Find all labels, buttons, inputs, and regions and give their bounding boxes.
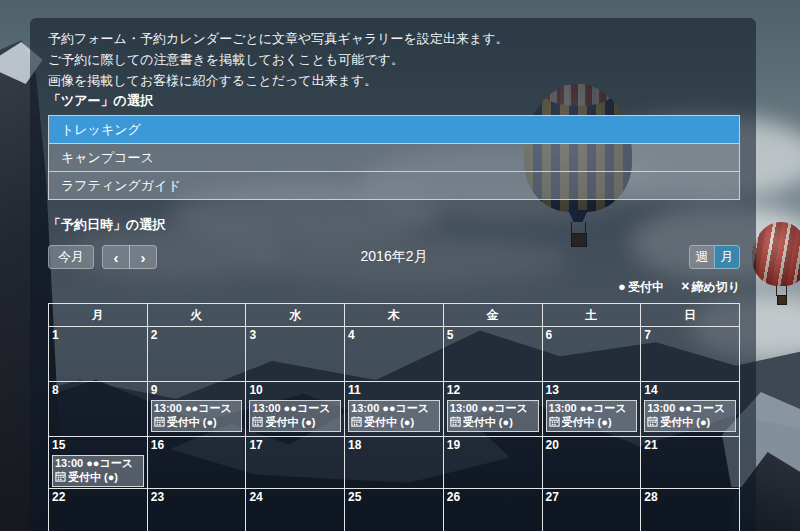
event-time-title: 13:00 ●●コース	[252, 401, 338, 415]
intro-line: 予約フォーム・予約カレンダーごとに文章や写真ギャラリーを設定出来ます。	[48, 28, 740, 49]
day-cell[interactable]: 18	[345, 437, 444, 489]
day-cell[interactable]: 1213:00 ●●コース受付中 (●)	[443, 382, 542, 437]
weekday-row: 月火水木金土日	[49, 304, 740, 327]
event-status-label: 受付中 (●)	[364, 416, 414, 428]
day-cell[interactable]: 2	[147, 327, 246, 382]
day-cell[interactable]: 4	[345, 327, 444, 382]
intro-line: 画像を掲載してお客様に紹介することだって出来ます。	[48, 70, 740, 91]
day-cell[interactable]: 3	[246, 327, 345, 382]
day-number: 2	[151, 328, 243, 343]
calendar-week: 22232425262728	[49, 489, 740, 531]
event-chip[interactable]: 13:00 ●●コース受付中 (●)	[348, 400, 440, 432]
day-cell[interactable]: 1	[49, 327, 148, 382]
day-number: 22	[52, 490, 144, 505]
day-number: 5	[447, 328, 539, 343]
open-circle-icon: ●	[618, 279, 626, 294]
event-chip[interactable]: 13:00 ●●コース受付中 (●)	[447, 400, 539, 432]
day-cell[interactable]: 20	[542, 437, 641, 489]
this-month-button[interactable]: 今月	[48, 245, 94, 269]
datetime-section-heading: 「予約日時」の選択	[48, 217, 740, 233]
day-cell[interactable]: 1313:00 ●●コース受付中 (●)	[542, 382, 641, 437]
event-time-title: 13:00 ●●コース	[55, 456, 141, 470]
weekday-cell: 月	[49, 304, 148, 327]
day-number: 21	[644, 438, 736, 453]
day-number: 4	[348, 328, 440, 343]
status-legend: ●受付中 ×締め切り	[48, 278, 740, 296]
day-cell[interactable]: 16	[147, 437, 246, 489]
day-cell[interactable]: 6	[542, 327, 641, 382]
day-number: 7	[644, 328, 736, 343]
event-chip[interactable]: 13:00 ●●コース受付中 (●)	[644, 400, 736, 432]
day-cell[interactable]: 27	[542, 489, 641, 531]
day-cell[interactable]: 913:00 ●●コース受付中 (●)	[147, 382, 246, 437]
day-cell[interactable]: 26	[443, 489, 542, 531]
intro-line: ご予約に際しての注意書きを掲載しておくことも可能です。	[48, 49, 740, 70]
next-month-button[interactable]: ›	[129, 245, 157, 269]
day-cell[interactable]: 24	[246, 489, 345, 531]
day-cell[interactable]: 23	[147, 489, 246, 531]
day-number: 1	[52, 328, 144, 343]
tour-option[interactable]: トレッキング	[49, 116, 739, 143]
day-number: 18	[348, 438, 440, 453]
day-number: 19	[447, 438, 539, 453]
day-cell[interactable]: 7	[641, 327, 740, 382]
day-number: 23	[151, 490, 243, 505]
weekday-cell: 日	[641, 304, 740, 327]
day-cell[interactable]: 28	[641, 489, 740, 531]
intro-text: 予約フォーム・予約カレンダーごとに文章や写真ギャラリーを設定出来ます。 ご予約に…	[48, 28, 740, 91]
weekday-cell: 水	[246, 304, 345, 327]
legend-open-label: 受付中	[628, 280, 664, 294]
event-status: 受付中 (●)	[55, 470, 141, 485]
prev-month-button[interactable]: ‹	[102, 245, 130, 269]
calendar-icon	[647, 416, 658, 430]
calendar-icon	[351, 416, 362, 430]
day-number: 27	[546, 490, 638, 505]
chevron-left-icon: ‹	[114, 249, 119, 266]
event-time-title: 13:00 ●●コース	[154, 401, 240, 415]
day-number: 11	[348, 383, 440, 398]
day-number: 12	[447, 383, 539, 398]
day-cell[interactable]: 21	[641, 437, 740, 489]
day-number: 26	[447, 490, 539, 505]
day-cell[interactable]: 1013:00 ●●コース受付中 (●)	[246, 382, 345, 437]
day-cell[interactable]: 1413:00 ●●コース受付中 (●)	[641, 382, 740, 437]
day-cell[interactable]: 8	[49, 382, 148, 437]
event-status: 受付中 (●)	[549, 415, 635, 430]
day-number: 13	[546, 383, 638, 398]
week-view-button[interactable]: 週	[689, 245, 715, 269]
day-cell[interactable]: 5	[443, 327, 542, 382]
calendar-icon	[252, 416, 263, 430]
event-status-label: 受付中 (●)	[68, 471, 118, 483]
day-cell[interactable]: 22	[49, 489, 148, 531]
day-number: 6	[546, 328, 638, 343]
event-chip[interactable]: 13:00 ●●コース受付中 (●)	[52, 455, 144, 487]
view-toggle-group: 週 月	[689, 245, 740, 269]
event-time-title: 13:00 ●●コース	[549, 401, 635, 415]
legend-open: ●受付中	[618, 280, 664, 294]
day-number: 16	[151, 438, 243, 453]
month-view-button[interactable]: 月	[714, 245, 740, 269]
event-status-label: 受付中 (●)	[265, 416, 315, 428]
day-cell[interactable]: 17	[246, 437, 345, 489]
day-number: 20	[546, 438, 638, 453]
day-number: 25	[348, 490, 440, 505]
event-chip[interactable]: 13:00 ●●コース受付中 (●)	[151, 400, 243, 432]
event-chip[interactable]: 13:00 ●●コース受付中 (●)	[249, 400, 341, 432]
event-chip[interactable]: 13:00 ●●コース受付中 (●)	[546, 400, 638, 432]
day-cell[interactable]: 1113:00 ●●コース受付中 (●)	[345, 382, 444, 437]
tour-option[interactable]: キャンプコース	[49, 143, 739, 171]
event-status: 受付中 (●)	[450, 415, 536, 430]
day-cell[interactable]: 1513:00 ●●コース受付中 (●)	[49, 437, 148, 489]
event-status-label: 受付中 (●)	[463, 416, 513, 428]
day-number: 8	[52, 383, 144, 398]
weekday-cell: 火	[147, 304, 246, 327]
month-calendar: 月火水木金土日 12345678913:00 ●●コース受付中 (●)1013:…	[48, 303, 740, 531]
day-cell[interactable]: 19	[443, 437, 542, 489]
calendar-icon	[154, 416, 165, 430]
day-number: 10	[249, 383, 341, 398]
tour-section-heading: 「ツアー」の選択	[48, 93, 740, 109]
tour-option[interactable]: ラフティングガイド	[49, 171, 739, 199]
closed-x-icon: ×	[681, 278, 689, 294]
day-cell[interactable]: 25	[345, 489, 444, 531]
event-status-label: 受付中 (●)	[167, 416, 217, 428]
